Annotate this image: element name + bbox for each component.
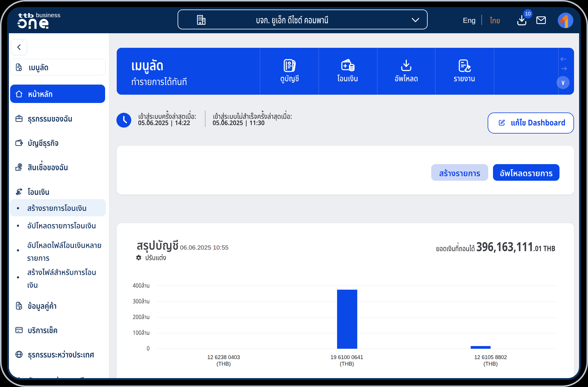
svg-text:business: business <box>36 12 61 18</box>
